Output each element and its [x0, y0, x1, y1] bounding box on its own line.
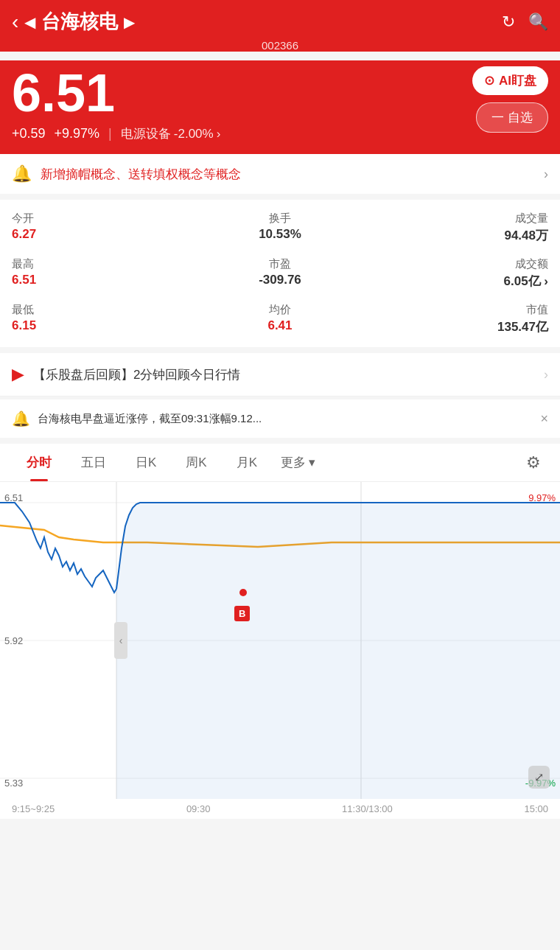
back-button[interactable]: ‹ — [12, 10, 18, 34]
stats-grid: 今开 6.27 换手 10.53% 成交量 94.48万 最高 6.51 市盈 … — [12, 212, 548, 335]
tab-more-label: 更多 — [281, 454, 306, 471]
alert-bell-icon: 🔔 — [12, 410, 30, 427]
price-change-pct: +9.97% — [55, 126, 100, 142]
stats-section: 今开 6.27 换手 10.53% 成交量 94.48万 最高 6.51 市盈 … — [0, 200, 560, 347]
stock-name: 台海核电 — [41, 9, 118, 35]
stat-open-label: 今开 — [12, 212, 191, 226]
notification-banner[interactable]: 🔔 新增摘帽概念、送转填权概念等概念 › — [0, 154, 560, 194]
notification-text: 新增摘帽概念、送转填权概念等概念 — [41, 166, 535, 183]
stock-code: 002366 — [12, 39, 548, 52]
chart-x-labels: 9:15~9:25 09:30 11:30/13:00 15:00 — [0, 799, 560, 819]
alert-close-button[interactable]: × — [540, 411, 548, 427]
stat-high-value: 6.51 — [12, 273, 191, 287]
watchlist-label: 一 自选 — [491, 109, 533, 126]
stat-high-label: 最高 — [12, 257, 191, 271]
header-top-row: ‹ ◀ 台海核电 ▶ ↻ 🔍 — [12, 9, 548, 35]
stat-open: 今开 6.27 — [12, 212, 191, 244]
x-label-pre: 9:15~9:25 — [12, 803, 55, 814]
review-banner[interactable]: ▶ 【乐股盘后回顾】2分钟回顾今日行情 › — [0, 353, 560, 397]
app-header: ‹ ◀ 台海核电 ▶ ↻ 🔍 002366 — [0, 0, 560, 52]
sector-change: -2.00% — [174, 127, 214, 142]
stat-turnover-value: 10.53% — [191, 227, 370, 242]
ai-label: AI盯盘 — [499, 72, 536, 89]
ai-icon: ⊙ — [484, 73, 494, 88]
tab-yuek[interactable]: 月K — [222, 444, 272, 481]
sector-arrow: › — [217, 127, 221, 142]
stat-low-label: 最低 — [12, 303, 191, 317]
prev-stock-button[interactable]: ◀ — [24, 13, 35, 31]
stat-high: 最高 6.51 — [12, 257, 191, 290]
tab-wuri-label: 五日 — [81, 455, 106, 469]
price-chart — [0, 482, 560, 799]
header-nav: ‹ ◀ 台海核电 ▶ — [12, 9, 135, 35]
buy-marker: B — [234, 606, 250, 621]
chevron-down-icon: ▾ — [309, 455, 315, 470]
chart-tabs: 分时 五日 日K 周K 月K 更多 ▾ ⚙ — [0, 444, 560, 482]
stat-amount-label: 成交额 — [369, 257, 548, 271]
chart-container: 6.51 5.92 5.33 9.97% -9.97% — [0, 482, 560, 799]
stat-pe-label: 市盈 — [191, 257, 370, 271]
chart-y-low-left: 5.33 — [4, 778, 23, 789]
stat-low: 最低 6.15 — [12, 303, 191, 335]
sector-name: 电源设备 — [121, 125, 171, 142]
price-section: 6.51 +0.59 +9.97% | 电源设备 -2.00% › ⊙ AI盯盘… — [0, 60, 560, 154]
review-text: 【乐股盘后回顾】2分钟回顾今日行情 — [33, 366, 535, 383]
chart-settings-button[interactable]: ⚙ — [519, 446, 548, 480]
divider: | — [108, 126, 112, 142]
stat-mktcap-value: 135.47亿 — [369, 318, 548, 335]
ai-watch-button[interactable]: ⊙ AI盯盘 — [472, 66, 548, 95]
next-stock-button[interactable]: ▶ — [124, 13, 135, 31]
watchlist-button[interactable]: 一 自选 — [476, 102, 548, 133]
stat-turnover: 换手 10.53% — [191, 212, 370, 244]
stat-amount[interactable]: 成交额 6.05亿 › — [369, 257, 548, 290]
price-right: ⊙ AI盯盘 一 自选 — [472, 66, 548, 133]
stat-mktcap: 市值 135.47亿 — [369, 303, 548, 335]
tab-dayk[interactable]: 日K — [121, 444, 171, 481]
svg-point-6 — [239, 589, 247, 596]
tab-zhouk[interactable]: 周K — [171, 444, 221, 481]
stat-amount-value: 6.05亿 › — [369, 273, 548, 290]
stat-avg-label: 均价 — [191, 303, 370, 317]
stat-turnover-label: 换手 — [191, 212, 370, 226]
tab-zhouk-label: 周K — [186, 455, 206, 469]
tab-fenshi-label: 分时 — [27, 455, 52, 469]
x-label-close: 15:00 — [524, 803, 548, 814]
notification-arrow: › — [544, 167, 548, 182]
stat-open-value: 6.27 — [12, 227, 191, 242]
stat-pe: 市盈 -309.76 — [191, 257, 370, 290]
current-price: 6.51 — [12, 66, 220, 119]
chart-scroll-handle[interactable]: ‹ — [114, 622, 127, 659]
review-arrow: › — [544, 367, 548, 383]
stat-volume: 成交量 94.48万 — [369, 212, 548, 244]
chart-y-high-right: 9.97% — [528, 492, 556, 503]
price-change-row: +0.59 +9.97% | 电源设备 -2.00% › — [12, 125, 220, 142]
x-label-open: 09:30 — [186, 803, 211, 814]
stat-pe-value: -309.76 — [191, 273, 370, 287]
sector-info[interactable]: 电源设备 -2.00% › — [121, 125, 221, 142]
tab-more[interactable]: 更多 ▾ — [272, 444, 324, 481]
play-icon: ▶ — [12, 365, 24, 384]
stat-avg-value: 6.41 — [191, 318, 370, 333]
stat-mktcap-label: 市值 — [369, 303, 548, 317]
stat-low-value: 6.15 — [12, 318, 191, 333]
chart-y-mid-left: 5.92 — [4, 635, 23, 646]
tab-dayk-label: 日K — [136, 455, 156, 469]
tab-wuri[interactable]: 五日 — [66, 444, 121, 481]
bell-icon: 🔔 — [12, 164, 32, 184]
price-left: 6.51 +0.59 +9.97% | 电源设备 -2.00% › — [12, 66, 220, 142]
stat-volume-label: 成交量 — [369, 212, 548, 226]
alert-banner[interactable]: 🔔 台海核电早盘逼近涨停，截至09:31涨幅9.12... × — [0, 399, 560, 438]
chart-expand-button[interactable]: ⤢ — [528, 766, 550, 789]
x-label-noon: 11:30/13:00 — [342, 803, 393, 814]
refresh-icon[interactable]: ↻ — [502, 13, 515, 32]
tab-fenshi[interactable]: 分时 — [12, 444, 66, 481]
stat-avg: 均价 6.41 — [191, 303, 370, 335]
chart-y-high-left: 6.51 — [4, 492, 23, 503]
stat-volume-value: 94.48万 — [369, 227, 548, 244]
header-icon-group: ↻ 🔍 — [502, 13, 548, 32]
search-icon[interactable]: 🔍 — [528, 13, 548, 32]
price-change-abs: +0.59 — [12, 126, 46, 142]
alert-text: 台海核电早盘逼近涨停，截至09:31涨幅9.12... — [38, 412, 533, 426]
tab-yuek-label: 月K — [237, 455, 257, 469]
